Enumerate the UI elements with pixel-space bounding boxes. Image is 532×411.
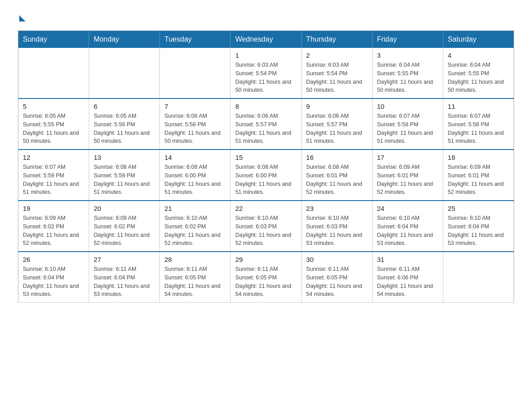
calendar-day-cell: 13Sunrise: 6:08 AM Sunset: 5:59 PM Dayli… bbox=[89, 150, 160, 201]
day-of-week-header: Thursday bbox=[301, 31, 372, 48]
day-info: Sunrise: 6:11 AM Sunset: 6:05 PM Dayligh… bbox=[235, 265, 296, 299]
day-info: Sunrise: 6:09 AM Sunset: 6:01 PM Dayligh… bbox=[448, 163, 509, 197]
day-info: Sunrise: 6:04 AM Sunset: 5:55 PM Dayligh… bbox=[377, 61, 438, 94]
calendar-day-cell: 2Sunrise: 6:03 AM Sunset: 5:54 PM Daylig… bbox=[301, 48, 372, 98]
day-number: 3 bbox=[377, 51, 438, 59]
day-number: 17 bbox=[377, 154, 438, 161]
day-info: Sunrise: 6:11 AM Sunset: 6:05 PM Dayligh… bbox=[306, 265, 368, 299]
day-number: 8 bbox=[235, 103, 296, 110]
day-info: Sunrise: 6:09 AM Sunset: 6:02 PM Dayligh… bbox=[94, 214, 155, 248]
calendar-day-cell bbox=[160, 48, 231, 98]
logo-arrow-icon bbox=[19, 15, 26, 21]
day-info: Sunrise: 6:11 AM Sunset: 6:04 PM Dayligh… bbox=[94, 265, 155, 299]
calendar-week-row: 19Sunrise: 6:09 AM Sunset: 6:02 PM Dayli… bbox=[18, 201, 514, 252]
day-number: 21 bbox=[164, 205, 226, 212]
day-number: 2 bbox=[306, 51, 368, 59]
calendar-day-cell: 11Sunrise: 6:07 AM Sunset: 5:58 PM Dayli… bbox=[443, 98, 514, 150]
day-number: 26 bbox=[23, 256, 84, 263]
day-info: Sunrise: 6:03 AM Sunset: 5:54 PM Dayligh… bbox=[306, 61, 368, 94]
day-number: 24 bbox=[377, 205, 438, 212]
day-number: 4 bbox=[448, 51, 509, 59]
day-info: Sunrise: 6:10 AM Sunset: 6:04 PM Dayligh… bbox=[448, 214, 509, 248]
calendar-day-cell bbox=[18, 48, 89, 98]
day-info: Sunrise: 6:07 AM Sunset: 5:58 PM Dayligh… bbox=[448, 112, 509, 146]
day-info: Sunrise: 6:07 AM Sunset: 5:59 PM Dayligh… bbox=[23, 163, 84, 197]
calendar-day-cell: 3Sunrise: 6:04 AM Sunset: 5:55 PM Daylig… bbox=[372, 48, 443, 98]
calendar-day-cell: 7Sunrise: 6:06 AM Sunset: 5:56 PM Daylig… bbox=[160, 98, 231, 150]
day-number: 28 bbox=[164, 256, 226, 263]
day-of-week-header: Sunday bbox=[18, 31, 89, 48]
calendar-day-cell: 16Sunrise: 6:08 AM Sunset: 6:01 PM Dayli… bbox=[301, 150, 372, 201]
calendar-day-cell: 18Sunrise: 6:09 AM Sunset: 6:01 PM Dayli… bbox=[443, 150, 514, 201]
day-number: 15 bbox=[235, 154, 296, 161]
calendar-day-cell: 20Sunrise: 6:09 AM Sunset: 6:02 PM Dayli… bbox=[89, 201, 160, 252]
day-number: 11 bbox=[448, 103, 509, 110]
day-info: Sunrise: 6:06 AM Sunset: 5:56 PM Dayligh… bbox=[164, 112, 226, 146]
day-of-week-header: Saturday bbox=[443, 31, 514, 48]
calendar-day-cell: 27Sunrise: 6:11 AM Sunset: 6:04 PM Dayli… bbox=[89, 252, 160, 303]
day-number: 6 bbox=[94, 103, 155, 110]
day-info: Sunrise: 6:09 AM Sunset: 6:02 PM Dayligh… bbox=[23, 214, 84, 248]
calendar-table: SundayMondayTuesdayWednesdayThursdayFrid… bbox=[18, 30, 514, 303]
day-of-week-header: Wednesday bbox=[231, 31, 301, 48]
calendar-day-cell: 21Sunrise: 6:10 AM Sunset: 6:02 PM Dayli… bbox=[160, 201, 231, 252]
day-info: Sunrise: 6:11 AM Sunset: 6:05 PM Dayligh… bbox=[164, 265, 226, 299]
calendar-day-cell: 10Sunrise: 6:07 AM Sunset: 5:58 PM Dayli… bbox=[372, 98, 443, 150]
page-header bbox=[18, 13, 514, 21]
calendar-week-row: 1Sunrise: 6:03 AM Sunset: 5:54 PM Daylig… bbox=[18, 48, 514, 98]
calendar-week-row: 5Sunrise: 6:05 AM Sunset: 5:55 PM Daylig… bbox=[18, 98, 514, 150]
day-info: Sunrise: 6:10 AM Sunset: 6:03 PM Dayligh… bbox=[306, 214, 368, 248]
calendar-day-cell: 28Sunrise: 6:11 AM Sunset: 6:05 PM Dayli… bbox=[160, 252, 231, 303]
calendar-day-cell: 9Sunrise: 6:06 AM Sunset: 5:57 PM Daylig… bbox=[301, 98, 372, 150]
calendar-week-row: 12Sunrise: 6:07 AM Sunset: 5:59 PM Dayli… bbox=[18, 150, 514, 201]
day-info: Sunrise: 6:08 AM Sunset: 6:00 PM Dayligh… bbox=[164, 163, 226, 197]
day-number: 5 bbox=[23, 103, 84, 110]
day-of-week-header: Friday bbox=[372, 31, 443, 48]
day-info: Sunrise: 6:05 AM Sunset: 5:56 PM Dayligh… bbox=[94, 112, 155, 146]
day-number: 7 bbox=[164, 103, 226, 110]
day-number: 20 bbox=[94, 205, 155, 212]
day-info: Sunrise: 6:03 AM Sunset: 5:54 PM Dayligh… bbox=[235, 61, 296, 94]
logo bbox=[18, 13, 26, 21]
calendar-day-cell: 8Sunrise: 6:06 AM Sunset: 5:57 PM Daylig… bbox=[231, 98, 301, 150]
calendar-header-row: SundayMondayTuesdayWednesdayThursdayFrid… bbox=[18, 31, 514, 48]
day-info: Sunrise: 6:10 AM Sunset: 6:02 PM Dayligh… bbox=[164, 214, 226, 248]
calendar-day-cell bbox=[443, 252, 514, 303]
calendar-day-cell: 14Sunrise: 6:08 AM Sunset: 6:00 PM Dayli… bbox=[160, 150, 231, 201]
calendar-day-cell: 24Sunrise: 6:10 AM Sunset: 6:04 PM Dayli… bbox=[372, 201, 443, 252]
day-info: Sunrise: 6:07 AM Sunset: 5:58 PM Dayligh… bbox=[377, 112, 438, 146]
day-number: 9 bbox=[306, 103, 368, 110]
day-of-week-header: Monday bbox=[89, 31, 160, 48]
day-info: Sunrise: 6:04 AM Sunset: 5:55 PM Dayligh… bbox=[448, 61, 509, 94]
calendar-day-cell: 19Sunrise: 6:09 AM Sunset: 6:02 PM Dayli… bbox=[18, 201, 89, 252]
calendar-day-cell: 31Sunrise: 6:11 AM Sunset: 6:06 PM Dayli… bbox=[372, 252, 443, 303]
day-number: 14 bbox=[164, 154, 226, 161]
calendar-day-cell: 29Sunrise: 6:11 AM Sunset: 6:05 PM Dayli… bbox=[231, 252, 301, 303]
day-info: Sunrise: 6:10 AM Sunset: 6:04 PM Dayligh… bbox=[23, 265, 84, 299]
day-info: Sunrise: 6:06 AM Sunset: 5:57 PM Dayligh… bbox=[235, 112, 296, 146]
day-number: 29 bbox=[235, 256, 296, 263]
day-info: Sunrise: 6:08 AM Sunset: 6:00 PM Dayligh… bbox=[235, 163, 296, 197]
day-number: 19 bbox=[23, 205, 84, 212]
day-number: 12 bbox=[23, 154, 84, 161]
day-number: 16 bbox=[306, 154, 368, 161]
calendar-day-cell: 1Sunrise: 6:03 AM Sunset: 5:54 PM Daylig… bbox=[231, 48, 301, 98]
day-info: Sunrise: 6:05 AM Sunset: 5:55 PM Dayligh… bbox=[23, 112, 84, 146]
calendar-day-cell: 22Sunrise: 6:10 AM Sunset: 6:03 PM Dayli… bbox=[231, 201, 301, 252]
calendar-day-cell bbox=[89, 48, 160, 98]
day-number: 13 bbox=[94, 154, 155, 161]
day-number: 22 bbox=[235, 205, 296, 212]
day-number: 30 bbox=[306, 256, 368, 263]
calendar-day-cell: 15Sunrise: 6:08 AM Sunset: 6:00 PM Dayli… bbox=[231, 150, 301, 201]
day-info: Sunrise: 6:10 AM Sunset: 6:03 PM Dayligh… bbox=[235, 214, 296, 248]
day-info: Sunrise: 6:06 AM Sunset: 5:57 PM Dayligh… bbox=[306, 112, 368, 146]
day-number: 1 bbox=[235, 51, 296, 59]
calendar-day-cell: 5Sunrise: 6:05 AM Sunset: 5:55 PM Daylig… bbox=[18, 98, 89, 150]
calendar-day-cell: 6Sunrise: 6:05 AM Sunset: 5:56 PM Daylig… bbox=[89, 98, 160, 150]
calendar-day-cell: 25Sunrise: 6:10 AM Sunset: 6:04 PM Dayli… bbox=[443, 201, 514, 252]
calendar-day-cell: 17Sunrise: 6:09 AM Sunset: 6:01 PM Dayli… bbox=[372, 150, 443, 201]
day-info: Sunrise: 6:10 AM Sunset: 6:04 PM Dayligh… bbox=[377, 214, 438, 248]
day-number: 23 bbox=[306, 205, 368, 212]
day-number: 25 bbox=[448, 205, 509, 212]
calendar-day-cell: 26Sunrise: 6:10 AM Sunset: 6:04 PM Dayli… bbox=[18, 252, 89, 303]
